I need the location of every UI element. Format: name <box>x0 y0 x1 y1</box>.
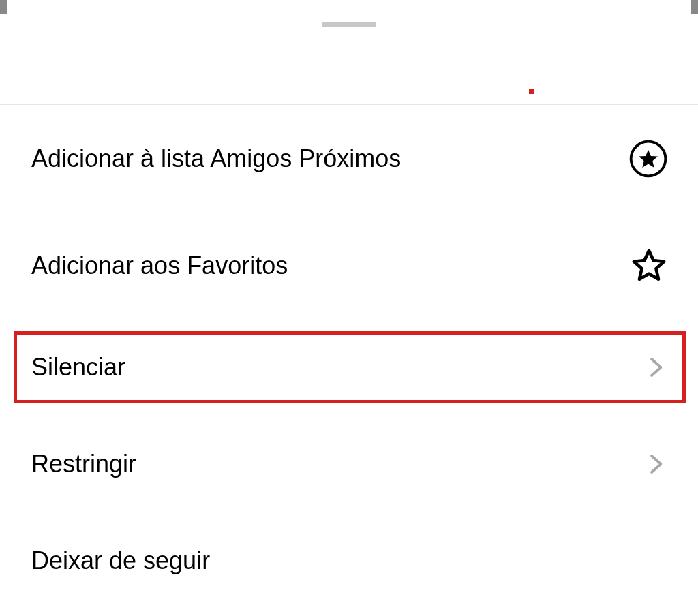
menu-item-label: Restringir <box>31 450 136 478</box>
menu-item-restrict[interactable]: Restringir <box>0 416 698 512</box>
star-outline-icon <box>630 247 668 285</box>
menu-list: Adicionar à lista Amigos Próximos Adicio… <box>0 105 698 609</box>
menu-item-label: Adicionar aos Favoritos <box>31 251 288 280</box>
notification-dot <box>529 89 534 94</box>
chevron-right-icon <box>643 355 668 380</box>
star-in-circle-icon <box>628 139 668 179</box>
menu-item-label: Adicionar à lista Amigos Próximos <box>31 144 401 173</box>
menu-item-mute[interactable]: Silenciar <box>0 319 698 416</box>
menu-item-close-friends[interactable]: Adicionar à lista Amigos Próximos <box>0 105 698 213</box>
menu-item-unfollow[interactable]: Deixar de seguir <box>0 512 698 609</box>
bottom-sheet: Adicionar à lista Amigos Próximos Adicio… <box>0 22 698 616</box>
menu-item-label: Silenciar <box>31 353 125 382</box>
chevron-right-icon <box>643 452 668 476</box>
header-area <box>0 27 698 105</box>
backdrop-left <box>0 0 7 14</box>
drag-handle[interactable] <box>322 22 376 27</box>
menu-item-favorites[interactable]: Adicionar aos Favoritos <box>0 213 698 319</box>
menu-item-label: Deixar de seguir <box>31 546 210 575</box>
backdrop-right <box>691 0 698 14</box>
